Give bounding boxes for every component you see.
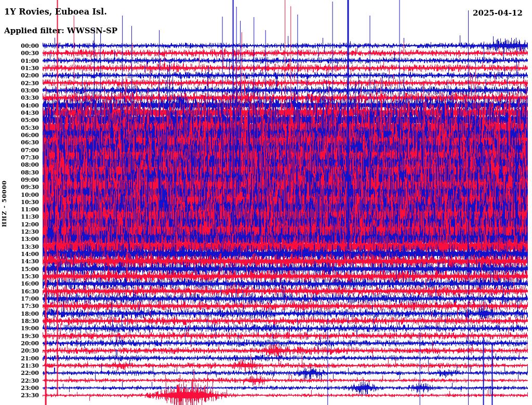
time-label: 12:30 <box>0 229 39 235</box>
time-label: 20:00 <box>0 341 39 346</box>
time-label: 21:30 <box>0 363 39 369</box>
time-label: 19:00 <box>0 326 39 331</box>
time-label: 06:30 <box>0 140 39 145</box>
time-label: 00:30 <box>0 50 39 56</box>
time-label: 05:00 <box>0 117 39 123</box>
time-label: 14:00 <box>0 251 39 257</box>
time-label: 00:00 <box>0 43 39 49</box>
seismogram-page: 1Y Rovies, Euboea Isl. Applied filter: W… <box>0 0 532 405</box>
time-label: 16:30 <box>0 289 39 294</box>
time-label: 10:30 <box>0 199 39 205</box>
time-label: 09:30 <box>0 184 39 190</box>
date-label: 2025-04-12 <box>473 8 523 18</box>
time-label: 07:30 <box>0 155 39 160</box>
time-label: 22:30 <box>0 378 39 384</box>
time-label: 16:00 <box>0 281 39 287</box>
seismogram-canvas <box>0 0 532 405</box>
time-label: 06:00 <box>0 132 39 138</box>
time-label: 11:30 <box>0 214 39 220</box>
time-label: 18:30 <box>0 318 39 324</box>
time-label: 08:00 <box>0 162 39 168</box>
time-label: 07:00 <box>0 147 39 153</box>
time-label: 21:00 <box>0 356 39 361</box>
time-label: 17:00 <box>0 296 39 302</box>
time-label: 15:00 <box>0 266 39 272</box>
time-label: 05:30 <box>0 125 39 131</box>
time-label: 12:00 <box>0 222 39 227</box>
time-label: 18:00 <box>0 311 39 317</box>
time-label: 14:30 <box>0 259 39 264</box>
time-label: 02:00 <box>0 73 39 78</box>
time-label: 08:30 <box>0 170 39 176</box>
time-label: 03:00 <box>0 88 39 93</box>
time-label: 17:30 <box>0 303 39 309</box>
time-label: 20:30 <box>0 348 39 354</box>
time-label: 09:00 <box>0 177 39 183</box>
time-label: 23:30 <box>0 393 39 398</box>
time-label: 04:30 <box>0 110 39 116</box>
time-label: 13:00 <box>0 236 39 242</box>
time-axis: 00:0000:3001:0001:3002:0002:3003:0003:30… <box>0 0 39 405</box>
time-label: 19:30 <box>0 333 39 339</box>
time-label: 22:00 <box>0 370 39 376</box>
time-label: 13:30 <box>0 244 39 250</box>
time-label: 11:00 <box>0 207 39 212</box>
time-label: 10:00 <box>0 192 39 198</box>
time-label: 03:30 <box>0 95 39 101</box>
time-label: 01:30 <box>0 65 39 71</box>
time-label: 23:00 <box>0 385 39 391</box>
time-label: 15:30 <box>0 274 39 279</box>
time-label: 02:30 <box>0 80 39 86</box>
time-label: 04:00 <box>0 103 39 109</box>
time-label: 01:00 <box>0 58 39 64</box>
